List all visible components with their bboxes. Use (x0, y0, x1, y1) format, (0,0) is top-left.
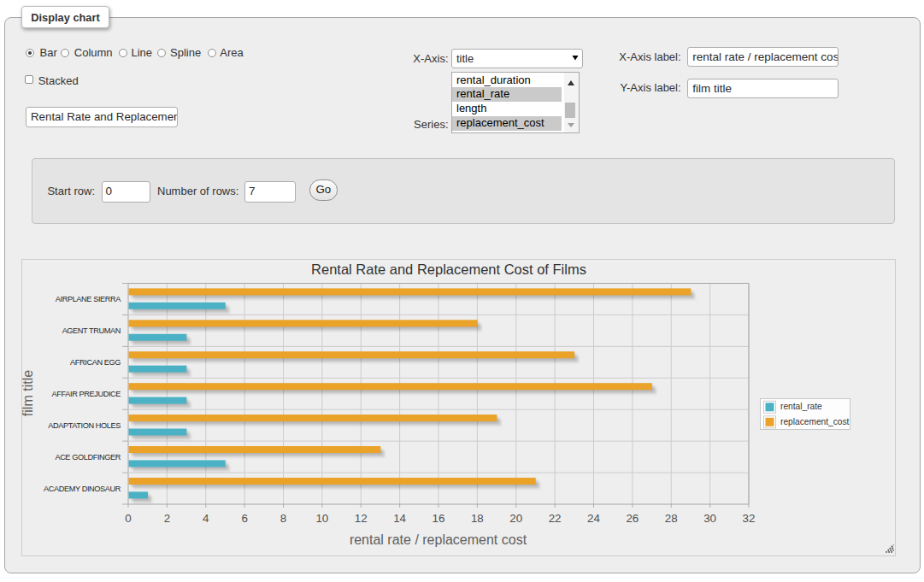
svg-text:rental_rate: rental_rate (780, 402, 822, 411)
svg-text:ADAPTATION HOLES: ADAPTATION HOLES (48, 421, 121, 430)
svg-text:4: 4 (203, 512, 209, 525)
svg-text:24: 24 (587, 512, 600, 525)
svg-text:10: 10 (315, 512, 328, 525)
svg-text:28: 28 (665, 512, 678, 525)
svg-text:replacement_cost: replacement_cost (780, 417, 850, 426)
svg-text:AGENT TRUMAN: AGENT TRUMAN (62, 326, 121, 335)
svg-text:film title: film title (22, 370, 35, 416)
svg-text:2: 2 (164, 512, 170, 525)
svg-text:AFFAIR PREJUDICE: AFFAIR PREJUDICE (52, 390, 121, 398)
svg-text:0: 0 (125, 512, 131, 525)
svg-text:32: 32 (743, 512, 756, 525)
svg-text:AFRICAN EGG: AFRICAN EGG (70, 358, 121, 367)
svg-text:ACE GOLDFINGER: ACE GOLDFINGER (55, 453, 121, 461)
svg-text:26: 26 (626, 512, 639, 525)
svg-text:30: 30 (703, 512, 716, 525)
svg-text:6: 6 (241, 512, 247, 525)
svg-text:20: 20 (509, 512, 522, 525)
svg-text:18: 18 (471, 512, 484, 525)
svg-text:Rental Rate and Replacement Co: Rental Rate and Replacement Cost of Film… (311, 262, 586, 277)
svg-text:22: 22 (549, 512, 562, 525)
svg-text:ACADEMY DINOSAUR: ACADEMY DINOSAUR (44, 485, 121, 493)
svg-text:16: 16 (433, 512, 445, 525)
svg-text:AIRPLANE SIERRA: AIRPLANE SIERRA (56, 295, 121, 303)
svg-text:rental rate / replacement cost: rental rate / replacement cost (350, 532, 527, 547)
svg-text:14: 14 (393, 512, 406, 525)
svg-text:12: 12 (355, 512, 368, 525)
svg-text:8: 8 (280, 512, 286, 525)
